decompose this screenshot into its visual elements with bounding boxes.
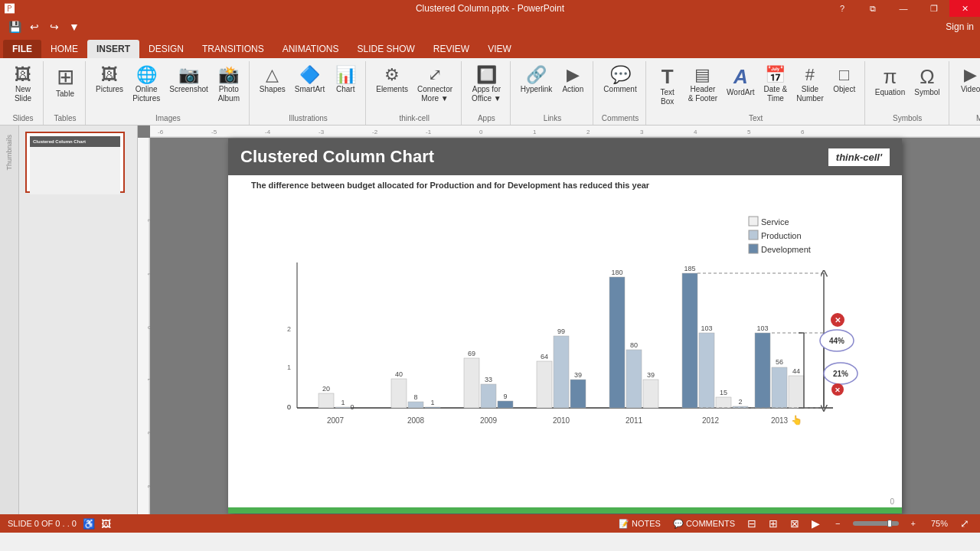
slide-view-outline-button[interactable]: ⊞: [766, 516, 781, 531]
apps-group-items: 🔲 Apps forOffice ▼: [468, 61, 505, 114]
tab-insert[interactable]: INSERT: [87, 40, 139, 58]
table-button[interactable]: ⊞ Table: [50, 64, 80, 101]
svg-text:21%: 21%: [833, 370, 848, 378]
slide-info: SLIDE 0 OF 0 . . 0: [8, 519, 77, 528]
action-button[interactable]: ▶ Action: [557, 64, 588, 96]
svg-text:1: 1: [287, 364, 291, 371]
video-button[interactable]: ▶ Video: [956, 64, 980, 96]
svg-text:2009: 2009: [480, 416, 498, 425]
window-left-icons: 🅿: [0, 0, 15, 17]
zoom-minus[interactable]: −: [832, 517, 843, 530]
comment-icon: 💬: [610, 67, 631, 83]
ribbon-group-tables: ⊞ Table Tables: [45, 61, 86, 125]
svg-text:5: 5: [747, 129, 751, 135]
links-group-label: Links: [544, 114, 561, 125]
media-group-label: Media: [976, 114, 980, 125]
text-box-button[interactable]: T TextBox: [652, 64, 683, 109]
sign-in-link[interactable]: Sign in: [946, 21, 974, 32]
horizontal-ruler: -6 -5 -4 -3 -2 -1 0 1 2 3 4 5 6: [150, 126, 980, 138]
comments-icon: 💬: [673, 519, 684, 528]
hyperlink-button[interactable]: 🔗 Hyperlink: [517, 64, 557, 96]
zoom-plus[interactable]: +: [908, 517, 919, 530]
close-button[interactable]: ✕: [949, 0, 980, 17]
tab-review[interactable]: REVIEW: [424, 40, 479, 58]
zoom-level[interactable]: 75%: [928, 517, 951, 530]
symbol-button[interactable]: Ω Symbol: [910, 64, 943, 99]
chart-button[interactable]: 📊 Chart: [330, 64, 361, 96]
shapes-button[interactable]: △ Shapes: [256, 64, 289, 96]
help-button[interactable]: ?: [827, 0, 858, 17]
tab-file[interactable]: FILE: [3, 40, 41, 58]
ribbon-group-comments: 💬 Comment Comments: [595, 61, 645, 125]
svg-text:20: 20: [322, 385, 330, 393]
slide-view-normal-button[interactable]: ⊟: [744, 516, 760, 531]
apps-for-office-button[interactable]: 🔲 Apps forOffice ▼: [468, 64, 505, 106]
chart-label: Chart: [336, 85, 354, 94]
equation-button[interactable]: π Equation: [871, 64, 909, 99]
minimize-button[interactable]: —: [888, 0, 919, 17]
tab-home[interactable]: HOME: [41, 40, 87, 58]
svg-text:2008: 2008: [407, 416, 425, 425]
object-button[interactable]: □ Object: [829, 64, 860, 96]
slide-view-reading-button[interactable]: ⊠: [787, 516, 802, 531]
date-time-button[interactable]: 📅 Date &Time: [760, 64, 792, 106]
apps-for-office-icon: 🔲: [476, 67, 497, 83]
svg-text:33: 33: [485, 376, 492, 383]
hyperlink-label: Hyperlink: [521, 85, 553, 94]
notes-button[interactable]: 📝 NOTES: [616, 517, 664, 530]
object-label: Object: [833, 85, 855, 94]
app-body: Thumbnails Clustered Column Chart -6 -5 …: [0, 126, 980, 514]
slide-canvas[interactable]: Clustered Column Chart think-cell' The d…: [228, 139, 902, 514]
redo-button[interactable]: ↪: [46, 18, 63, 35]
svg-text:185: 185: [684, 265, 695, 272]
quick-access-customize[interactable]: ▼: [66, 18, 83, 35]
svg-rect-46: [464, 358, 479, 408]
ribbon-group-media: ▶ Video 🔊 Audio Media: [951, 61, 980, 125]
new-slide-icon: 🖼: [15, 67, 31, 83]
restore-button[interactable]: ⧉: [858, 0, 888, 17]
tables-group-label: Tables: [54, 114, 77, 125]
slide-thumbnail[interactable]: Clustered Column Chart: [25, 132, 125, 193]
elements-button[interactable]: ⚙ Elements: [372, 64, 412, 96]
tab-design[interactable]: DESIGN: [139, 40, 193, 58]
undo-button[interactable]: ↩: [26, 18, 43, 35]
tab-transitions[interactable]: TRANSITIONS: [193, 40, 273, 58]
ribbon-group-text: T TextBox ▤ Header& Footer A WordArt 📅 D…: [648, 61, 865, 125]
wordart-button[interactable]: A WordArt: [723, 64, 759, 99]
elements-icon: ⚙: [384, 67, 400, 83]
title-bar: 🅿 Clustered Column.pptx - PowerPoint ? ⧉…: [0, 0, 980, 17]
connector-button[interactable]: ⤢ ConnectorMore ▼: [413, 64, 456, 106]
images-group-label: Images: [155, 114, 181, 125]
slides-group-label: Slides: [12, 114, 33, 125]
table-label: Table: [56, 90, 74, 99]
svg-rect-33: [318, 393, 334, 408]
restore-button2[interactable]: ❐: [919, 0, 949, 17]
tab-animations[interactable]: ANIMATIONS: [273, 40, 348, 58]
action-icon: ▶: [567, 67, 580, 83]
new-slide-button[interactable]: 🖼 NewSlide: [8, 64, 38, 106]
header-footer-button[interactable]: ▤ Header& Footer: [684, 64, 721, 106]
symbol-icon: Ω: [920, 67, 934, 86]
tab-slideshow[interactable]: SLIDE SHOW: [348, 40, 423, 58]
save-button[interactable]: 💾: [6, 18, 23, 35]
svg-text:103: 103: [701, 324, 712, 332]
svg-text:-2: -2: [147, 432, 151, 436]
slide-panel: Clustered Column Chart: [19, 126, 138, 514]
smartart-button[interactable]: 🔷 SmartArt: [291, 64, 328, 96]
svg-text:-3: -3: [147, 485, 151, 490]
slide-show-button[interactable]: ▶: [808, 516, 823, 531]
photo-album-button[interactable]: 📸 PhotoAlbum: [214, 64, 244, 106]
slide-number-button[interactable]: # SlideNumber: [792, 64, 828, 106]
svg-text:✕: ✕: [835, 386, 841, 394]
fit-to-window-button[interactable]: ⤢: [957, 516, 972, 531]
online-pictures-button[interactable]: 🌐 OnlinePictures: [129, 64, 164, 106]
video-label: Video: [961, 85, 980, 94]
comments-button[interactable]: 💬 COMMENTS: [670, 517, 738, 530]
svg-text:-3: -3: [318, 129, 325, 135]
svg-text:15: 15: [720, 389, 727, 396]
zoom-slider[interactable]: [853, 521, 899, 526]
pictures-button[interactable]: 🖼 Pictures: [92, 64, 127, 96]
screenshot-button[interactable]: 📷 Screenshot: [165, 64, 212, 96]
comment-button[interactable]: 💬 Comment: [599, 64, 640, 96]
tab-view[interactable]: VIEW: [479, 40, 521, 58]
